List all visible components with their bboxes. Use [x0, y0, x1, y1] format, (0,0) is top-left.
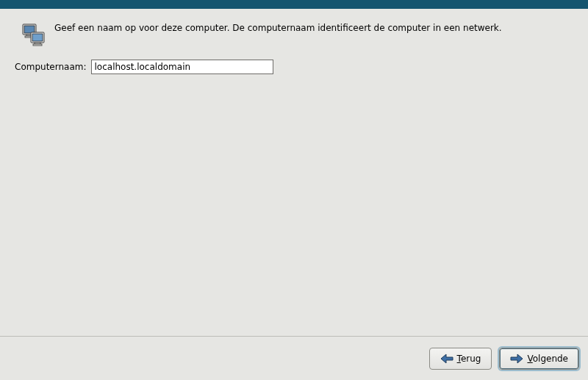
content-area: Geef een naam op voor deze computer. De …	[0, 9, 588, 380]
button-bar: Terug Volgende	[0, 336, 588, 380]
svg-rect-5	[32, 34, 43, 41]
computer-network-icon	[22, 24, 47, 51]
hostname-row: Computernaam:	[0, 55, 588, 74]
title-bar	[0, 0, 588, 9]
intro-row: Geef een naam op voor deze computer. De …	[0, 9, 588, 55]
back-button[interactable]: Terug	[429, 348, 492, 370]
back-button-label: Terug	[457, 354, 481, 364]
hostname-label: Computernaam:	[15, 62, 87, 72]
hostname-input[interactable]	[91, 60, 273, 74]
intro-text: Geef een naam op voor deze computer. De …	[54, 22, 502, 34]
arrow-right-icon	[510, 354, 523, 364]
arrow-left-icon	[440, 354, 453, 364]
svg-rect-7	[33, 44, 42, 46]
next-button-label: Volgende	[527, 354, 568, 364]
next-button[interactable]: Volgende	[499, 348, 579, 370]
